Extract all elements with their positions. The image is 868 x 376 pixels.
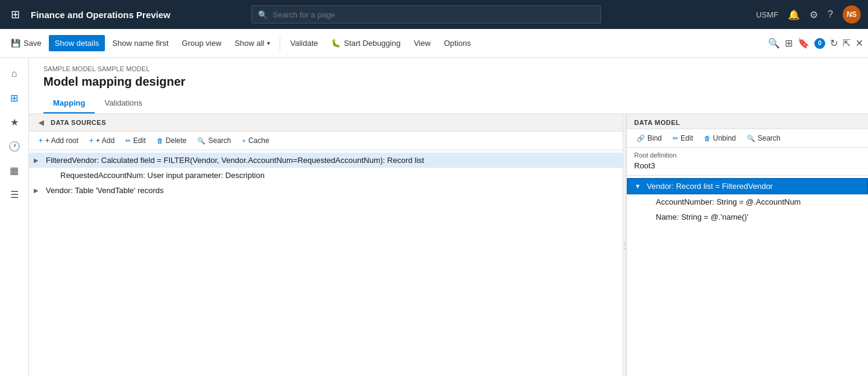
search-bar[interactable]: 🔍: [251, 5, 601, 24]
save-button[interactable]: 💾 Save: [5, 35, 48, 51]
search-dm-button[interactable]: 🔍 Search: [742, 132, 785, 145]
view-button[interactable]: View: [407, 35, 436, 51]
cache-icon: +: [242, 137, 246, 144]
start-debugging-button[interactable]: 🐛 Start Debugging: [325, 35, 406, 51]
chevron-down-filled-icon: ▼: [635, 183, 643, 190]
unbind-button[interactable]: 🗑 Unbind: [699, 132, 741, 145]
edit-dm-button[interactable]: ✏ Edit: [668, 132, 698, 145]
delete-icon: 🗑: [157, 137, 163, 144]
grid-icon[interactable]: ⊞: [7, 4, 24, 25]
data-model-header: DATA MODEL: [627, 114, 868, 129]
tabs: Mapping Validations: [43, 94, 854, 113]
bind-button[interactable]: 🔗 Bind: [632, 132, 667, 145]
tab-mapping[interactable]: Mapping: [43, 94, 95, 113]
panel-expand-btn[interactable]: ◀: [36, 118, 46, 127]
sidebar-icon-filter[interactable]: ⊞: [4, 87, 25, 109]
add-button[interactable]: + + Add: [84, 134, 119, 147]
tab-validations[interactable]: Validations: [95, 94, 152, 113]
save-icon: 💾: [11, 39, 20, 48]
breadcrumb: SAMPLE MODEL SAMPLE MODEL: [43, 65, 854, 72]
group-view-button[interactable]: Group view: [176, 35, 228, 51]
data-sources-toolbar: + + Add root + + Add ✏ Edit 🗑 Delete: [29, 132, 626, 150]
dm-item-account-number[interactable]: AccountNumber: String = @.AccountNum: [627, 194, 868, 209]
edit-ds-button[interactable]: ✏ Edit: [121, 134, 151, 147]
edit-icon: ✏: [125, 137, 131, 145]
top-nav-right: USMF 🔔 ⚙ ? NS: [756, 5, 861, 24]
content-area: SAMPLE MODEL SAMPLE MODEL Model mapping …: [29, 58, 868, 376]
chevron-right-icon-2: ▶: [34, 187, 42, 194]
sidebar-icon-recent[interactable]: 🕐: [4, 135, 25, 157]
sidebar-icon-favorites[interactable]: ★: [4, 111, 25, 133]
region-label[interactable]: USMF: [756, 10, 778, 19]
page-header: SAMPLE MODEL SAMPLE MODEL Model mapping …: [29, 58, 868, 114]
main-toolbar: 💾 Save Show details Show name first Grou…: [0, 29, 868, 58]
debug-icon: 🐛: [331, 39, 341, 48]
dm-item-name[interactable]: Name: String = @.'name()': [627, 209, 868, 225]
chevron-down-icon: ▾: [267, 40, 270, 46]
sidebar: ⌂ ⊞ ★ 🕐 ▦ ☰: [0, 58, 29, 376]
notification-icon[interactable]: 🔔: [788, 9, 800, 21]
add-root-button[interactable]: + + Add root: [34, 134, 83, 147]
data-model-tree: ▼ Vendor: Record list = FilteredVendor A…: [627, 176, 868, 376]
page-title: Model mapping designer: [43, 75, 854, 89]
settings-icon[interactable]: ⚙: [810, 9, 818, 21]
resize-handle[interactable]: ⋮: [623, 114, 626, 376]
tree-item-vendor[interactable]: ▶ Vendor: Table 'VendTable' records: [29, 183, 626, 198]
badge-icon: 0: [814, 38, 825, 49]
root-definition-value: Root3: [627, 160, 868, 176]
top-nav: ⊞ Finance and Operations Preview 🔍 USMF …: [0, 0, 868, 29]
work-area: ◀ DATA SOURCES + + Add root + + Add ✏ Ed…: [29, 114, 868, 376]
search-toolbar-icon[interactable]: 🔍: [768, 37, 780, 49]
sidebar-icon-list[interactable]: ☰: [4, 183, 25, 205]
toolbar-separator-1: [280, 36, 280, 51]
avatar[interactable]: NS: [843, 5, 861, 24]
root-definition-label: Root definition: [627, 148, 868, 160]
chevron-right-icon: ▶: [34, 157, 42, 164]
tree-item-filtered-vendor[interactable]: ▶ FilteredVendor: Calculated field = FIL…: [29, 153, 626, 168]
plus-icon-2: +: [89, 136, 93, 145]
data-model-toolbar: 🔗 Bind ✏ Edit 🗑 Unbind 🔍 Search: [627, 129, 868, 148]
validate-button[interactable]: Validate: [284, 35, 324, 51]
plus-icon: +: [39, 136, 43, 145]
sidebar-icon-home[interactable]: ⌂: [4, 63, 25, 84]
tree-item-requested-account-num[interactable]: RequestedAccountNum: User input paramete…: [29, 168, 626, 183]
data-sources-panel: ◀ DATA SOURCES + + Add root + + Add ✏ Ed…: [29, 114, 627, 376]
search-ds-icon: 🔍: [197, 137, 206, 145]
search-input[interactable]: [272, 10, 594, 19]
data-model-panel: DATA MODEL 🔗 Bind ✏ Edit 🗑 Unbind: [627, 114, 868, 376]
unbind-icon: 🗑: [704, 135, 711, 142]
app-title: Finance and Operations Preview: [31, 10, 171, 20]
show-all-button[interactable]: Show all ▾: [228, 35, 276, 51]
open-in-new-icon[interactable]: ⇱: [843, 37, 851, 49]
main-layout: ⌂ ⊞ ★ 🕐 ▦ ☰ SAMPLE MODEL SAMPLE MODEL Mo…: [0, 58, 868, 376]
options-button[interactable]: Options: [438, 35, 477, 51]
bind-icon: 🔗: [637, 135, 645, 142]
search-icon: 🔍: [258, 10, 268, 19]
cache-button[interactable]: + Cache: [237, 134, 274, 147]
close-icon[interactable]: ✕: [855, 37, 863, 49]
show-details-button[interactable]: Show details: [49, 35, 105, 51]
edit-dm-icon: ✏: [673, 135, 678, 142]
bookmark-icon[interactable]: 🔖: [797, 37, 810, 49]
search-dm-icon: 🔍: [747, 135, 755, 142]
sidebar-icon-workspaces[interactable]: ▦: [4, 159, 25, 181]
show-name-first-button[interactable]: Show name first: [106, 35, 174, 51]
refresh-icon[interactable]: ↻: [830, 37, 838, 49]
personalize-icon[interactable]: ⊞: [785, 37, 793, 49]
search-ds-button[interactable]: 🔍 Search: [192, 134, 236, 147]
help-icon[interactable]: ?: [828, 9, 833, 20]
dm-item-vendor-record[interactable]: ▼ Vendor: Record list = FilteredVendor: [627, 178, 868, 194]
data-sources-tree: ▶ FilteredVendor: Calculated field = FIL…: [29, 150, 626, 376]
delete-button[interactable]: 🗑 Delete: [152, 134, 192, 147]
data-sources-header: ◀ DATA SOURCES: [29, 114, 626, 132]
